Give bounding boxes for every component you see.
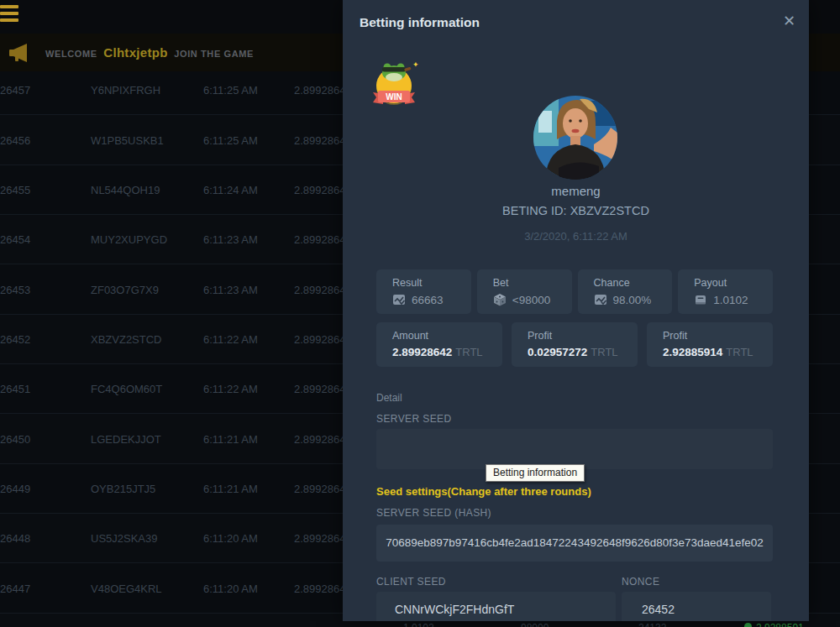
- bg-value: 98000: [521, 622, 549, 627]
- dice-icon: [493, 293, 507, 306]
- client-seed-label: CLIENT SEED: [376, 576, 446, 588]
- join-the-game-label: JOIN THE GAME: [174, 49, 254, 59]
- stat-chance: Chance 98.00%: [578, 269, 673, 314]
- dialog-title: Betting information: [360, 15, 480, 30]
- bet-user-cell: FC4Q6OM60T: [91, 383, 162, 395]
- bet-user-cell: ZF03O7G7X9: [91, 283, 159, 295]
- currency-label: TRTL: [591, 346, 617, 358]
- bet-user-cell: V48OEG4KRL: [91, 582, 162, 594]
- stat-result: Result 66663: [376, 269, 471, 314]
- close-icon[interactable]: ✕: [783, 13, 795, 29]
- bet-id-cell: 26456: [0, 133, 30, 146]
- bet-amount-cell: 2.8992864: [294, 283, 345, 295]
- result-icon: [392, 293, 406, 306]
- profit-dot-icon: [744, 623, 752, 627]
- server-seed-hash-label: SERVER SEED (HASH): [376, 507, 491, 519]
- stat-value: 2.89928642: [392, 346, 452, 358]
- bet-time-cell: 6:11:23 AM: [203, 233, 258, 246]
- bet-user-cell: XBZVZ2STCD: [91, 332, 162, 345]
- bet-amount-cell: 2.8992864: [294, 183, 345, 196]
- stat-label: Bet: [493, 277, 572, 289]
- player-name: memeng: [343, 184, 809, 198]
- bet-user-cell: Y6NPIXFRGH: [91, 84, 160, 97]
- svg-text:✦: ✦: [412, 60, 419, 69]
- bet-id-cell: 26457: [0, 84, 30, 97]
- bet-amount-cell: 2.8992864: [294, 84, 345, 97]
- chance-icon: [594, 293, 607, 306]
- detail-section-label: Detail: [376, 392, 402, 404]
- bet-id-cell: 26453: [0, 283, 30, 295]
- stats-row-2: Amount 2.89928642 TRTL Profit 0.02957272…: [376, 322, 773, 367]
- bg-value: 1.0102: [403, 622, 434, 627]
- stat-label: Profit: [528, 330, 638, 342]
- stat-profit-2: Profit 2.92885914 TRTL: [647, 322, 773, 367]
- stat-label: Result: [392, 277, 471, 289]
- bet-amount-cell: 2.8992864: [294, 133, 345, 146]
- stats-row-1: Result 66663 Bet: [376, 269, 773, 314]
- bet-amount-cell: 2.8992864: [294, 582, 345, 594]
- bet-id-cell: 26455: [0, 183, 30, 196]
- avatar: [533, 96, 617, 180]
- bet-time-cell: 6:11:22 AM: [203, 332, 258, 345]
- bet-time-cell: 6:11:21 AM: [203, 432, 258, 445]
- stat-label: Chance: [594, 277, 673, 289]
- stat-bet: Bet <98000: [477, 269, 572, 314]
- bet-amount-cell: 2.8992864: [294, 532, 345, 545]
- stat-label: Profit: [663, 330, 773, 342]
- nonce-label: NONCE: [622, 576, 659, 588]
- bg-profit-value: 2.9288591: [756, 622, 804, 627]
- server-seed-field[interactable]: [376, 429, 773, 469]
- bet-amount-cell: 2.8992864: [294, 383, 345, 395]
- server-seed-label: SERVER SEED: [376, 413, 452, 425]
- bet-time-cell: 6:11:20 AM: [203, 582, 258, 594]
- bet-user-cell: NL544QOH19: [91, 183, 160, 196]
- bet-time-cell: 6:11:24 AM: [203, 183, 258, 196]
- stat-label: Amount: [392, 330, 502, 342]
- bet-id-cell: 26454: [0, 233, 30, 246]
- stat-value: 66663: [412, 294, 444, 306]
- bet-id-cell: 26451: [0, 383, 30, 395]
- bet-time-cell: 6:11:25 AM: [203, 133, 258, 146]
- bet-user-cell: MUY2XUPYGD: [91, 233, 167, 246]
- bet-user-cell: LGEDEKJJOT: [91, 432, 161, 445]
- stat-amount: Amount 2.89928642 TRTL: [376, 322, 502, 367]
- currency-label: TRTL: [726, 346, 753, 358]
- bet-time-cell: 6:11:21 AM: [203, 482, 258, 494]
- bet-amount-cell: 2.8992864: [294, 332, 345, 345]
- welcome-label: WELCOME: [45, 49, 97, 59]
- welcome-username: Clhtxjetpb: [100, 45, 171, 60]
- stat-value: 2.92885914: [663, 346, 722, 358]
- tooltip: Betting information: [486, 464, 585, 482]
- svg-text:WIN: WIN: [386, 92, 402, 102]
- hamburger-menu-icon[interactable]: [0, 5, 20, 25]
- currency-label: TRTL: [455, 346, 482, 358]
- bet-time-cell: 6:11:23 AM: [203, 283, 258, 295]
- bg-value: 24132: [638, 622, 666, 627]
- stat-value: <98000: [512, 294, 550, 306]
- stat-value: 0.02957272: [528, 346, 587, 358]
- stat-label: Payout: [694, 277, 773, 289]
- bet-amount-cell: 2.8992864: [294, 482, 345, 494]
- client-seed-field[interactable]: CNNrWCkjF2FHdnGfT: [376, 592, 616, 621]
- bet-id-cell: 26449: [0, 482, 30, 494]
- bet-time-cell: 6:11:25 AM: [203, 84, 258, 97]
- bet-amount-cell: 2.8992864: [294, 432, 345, 445]
- bet-user-cell: OYB215JTJ5: [91, 482, 155, 494]
- bet-user-cell: W1PB5USKB1: [91, 133, 164, 146]
- bet-id-cell: 26448: [0, 532, 30, 545]
- stat-value: 98.00%: [613, 294, 652, 306]
- win-badge-icon: ✦ WIN: [368, 60, 420, 111]
- megaphone-icon: [8, 43, 30, 63]
- bet-timestamp: 3/2/2020, 6:11:22 AM: [343, 230, 809, 243]
- bet-time-cell: 6:11:20 AM: [203, 532, 258, 545]
- betting-information-dialog: Betting information ✕ ✦ WIN: [343, 0, 809, 621]
- nonce-field[interactable]: 26452: [622, 592, 771, 621]
- bet-time-cell: 6:11:22 AM: [203, 383, 258, 395]
- payout-icon: [694, 293, 707, 306]
- stat-value: 1.0102: [713, 294, 748, 306]
- bet-user-cell: US5J2SKA39: [91, 532, 158, 545]
- server-seed-hash-field[interactable]: 70689eb897b97416cb4fe2ad18472243492648f9…: [376, 525, 773, 562]
- stat-payout: Payout 1.0102: [678, 269, 773, 314]
- bet-id-cell: 26447: [0, 582, 30, 594]
- stat-profit-1: Profit 0.02957272 TRTL: [512, 322, 638, 367]
